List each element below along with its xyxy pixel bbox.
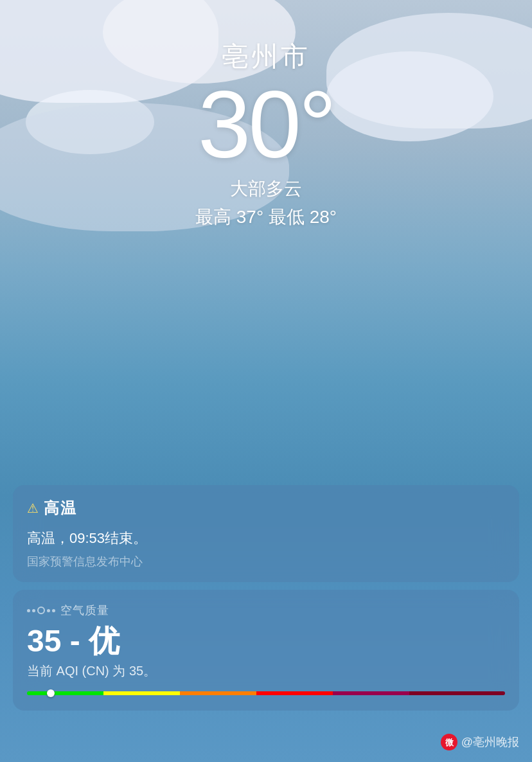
aqi-description: 当前 AQI (CN) 为 35。 — [27, 662, 505, 680]
weather-header: 亳州市 30° 大部多云 最高 37° 最低 28° — [0, 0, 532, 229]
watermark: 微 @亳州晚报 — [441, 734, 519, 750]
aqi-dot-4 — [52, 609, 55, 612]
aqi-card-header: 空气质量 — [27, 603, 505, 618]
aqi-section-label: 空气质量 — [60, 603, 109, 618]
city-name: 亳州市 — [0, 39, 532, 75]
aqi-color-bar — [27, 691, 505, 695]
temperature-range: 最高 37° 最低 28° — [0, 205, 532, 229]
aqi-dot-ring — [37, 607, 45, 614]
warning-card: ⚠ 高温 高温，09:53结束。 国家预警信息发布中心 — [13, 485, 519, 582]
aqi-indicator — [47, 689, 55, 697]
weather-description: 大部多云 — [0, 177, 532, 201]
weibo-icon: 微 — [441, 734, 457, 750]
warning-body: 高温，09:53结束。 — [27, 529, 505, 549]
svg-text:微: 微 — [444, 738, 454, 747]
warning-card-header: ⚠ 高温 — [27, 498, 505, 518]
cards-container: ⚠ 高温 高温，09:53结束。 国家预警信息发布中心 空气质量 35 - 优 … — [13, 485, 519, 711]
warning-source: 国家预警信息发布中心 — [27, 554, 505, 569]
temperature-display: 30° — [0, 75, 532, 174]
warning-title: 高温 — [44, 498, 77, 518]
aqi-dot-2 — [32, 609, 35, 612]
aqi-value: 35 - 优 — [27, 625, 505, 659]
aqi-dot-3 — [47, 609, 50, 612]
aqi-icon — [27, 607, 55, 614]
warning-icon: ⚠ — [27, 501, 39, 516]
watermark-text: @亳州晚报 — [461, 734, 519, 750]
aqi-dot-1 — [27, 609, 30, 612]
aqi-card: 空气质量 35 - 优 当前 AQI (CN) 为 35。 — [13, 590, 519, 711]
